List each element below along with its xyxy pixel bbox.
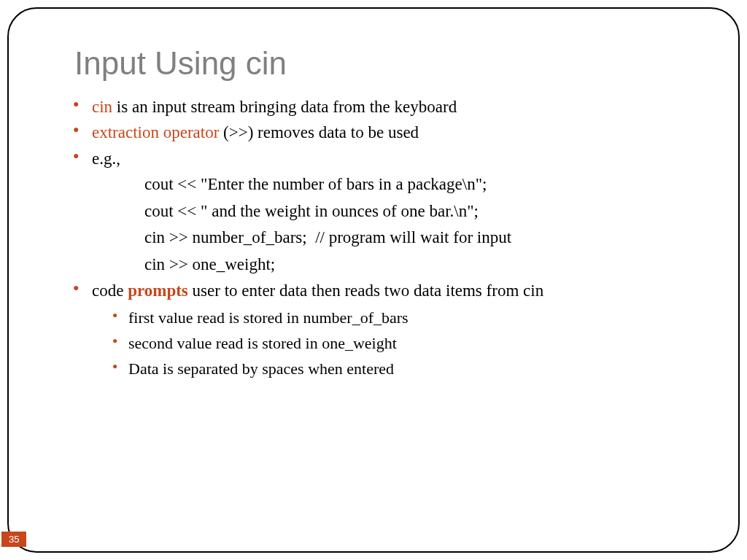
slide-title: Input Using cin [74,45,694,82]
sub-bullet-1: first value read is stored in number_of_… [112,306,694,330]
sub-bullet-3: Data is separated by spaces when entered [112,357,694,381]
bullet-4-text: user to enter data then reads two data i… [188,281,543,300]
bullet-2-text: (>>) removes data to be used [219,123,419,141]
sub-bullet-2: second value read is stored in one_weigh… [112,331,694,355]
bullet-2: extraction operator (>>) removes data to… [73,120,694,144]
bullet-4: code prompts user to enter data then rea… [73,279,694,381]
code-line-1: cout << "Enter the number of bars in a p… [92,172,694,198]
page-number: 35 [1,532,26,547]
slide-frame: Input Using cin cin is an input stream b… [7,7,740,553]
bullet-list: cin is an input stream bringing data fro… [60,95,694,381]
bullet-1-text: is an input stream bringing data from th… [112,98,457,116]
code-line-3: cin >> number_of_bars; // program will w… [92,225,694,251]
keyword-cin: cin [92,98,112,116]
bullet-3: e.g., cout << "Enter the number of bars … [73,147,694,277]
keyword-prompts: prompts [128,281,188,300]
sub-bullet-list: first value read is stored in number_of_… [92,306,694,381]
code-line-2: cout << " and the weight in ounces of on… [92,199,694,225]
bullet-1: cin is an input stream bringing data fro… [73,95,694,119]
bullet-4-pre: code [92,281,128,300]
bullet-3-text: e.g., [92,149,120,168]
code-line-4: cin >> one_weight; [92,252,694,278]
keyword-extraction: extraction operator [92,123,219,141]
